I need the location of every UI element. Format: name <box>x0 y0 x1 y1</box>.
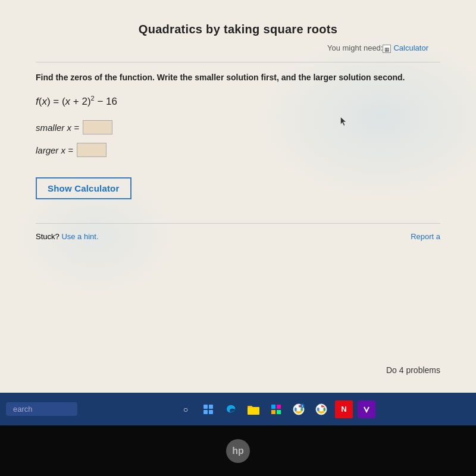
smaller-x-row: smaller x = <box>36 120 440 134</box>
taskbar-chrome-badge-icon[interactable]: 9 <box>290 400 308 418</box>
report-link[interactable]: Report a <box>411 232 440 241</box>
svg-rect-4 <box>248 407 259 415</box>
svg-rect-5 <box>271 405 275 409</box>
svg-rect-7 <box>271 410 275 414</box>
page-title: Quadratics by taking square roots <box>36 12 440 43</box>
taskbar-explorer-icon[interactable] <box>245 400 262 418</box>
taskbar-taskview-icon[interactable] <box>199 400 217 418</box>
larger-x-row: larger x = <box>36 143 440 157</box>
svg-rect-0 <box>203 405 208 409</box>
bottom-strip: hp <box>0 425 476 476</box>
taskbar-netflix-icon[interactable]: N <box>335 400 353 418</box>
larger-x-label: larger x = <box>36 145 73 155</box>
taskbar-purple-app-icon[interactable] <box>358 400 375 418</box>
stuck-text: Stuck? <box>36 232 60 241</box>
top-divider <box>36 62 440 62</box>
svg-rect-2 <box>203 410 208 414</box>
calculator-link-row: You might need: ▦ Calculator <box>36 43 440 52</box>
smaller-x-input[interactable] <box>83 120 112 134</box>
calculator-icon: ▦ <box>383 45 391 53</box>
svg-rect-8 <box>277 410 281 414</box>
calculator-link[interactable]: Calculator <box>393 43 428 52</box>
bottom-row: Stuck? Use a hint. Report a <box>36 232 440 241</box>
taskbar-chrome-icon[interactable] <box>312 400 330 418</box>
svg-rect-6 <box>277 405 281 409</box>
instructions-text: Find the zeros of the function. Write th… <box>36 72 440 84</box>
svg-rect-3 <box>209 410 213 414</box>
taskbar: earch ○ <box>0 393 476 425</box>
svg-rect-1 <box>209 405 213 409</box>
show-calculator-button[interactable]: Show Calculator <box>36 177 131 199</box>
equation-display: f(x) = (x + 2)2 − 16 <box>36 95 440 108</box>
taskbar-search[interactable]: earch <box>6 402 77 416</box>
hint-link[interactable]: Use a hint. <box>61 232 98 241</box>
svg-point-10 <box>297 407 301 411</box>
stuck-section: Stuck? Use a hint. <box>36 232 99 241</box>
taskbar-search-icon[interactable]: ○ <box>177 400 195 418</box>
larger-x-input[interactable] <box>77 143 107 157</box>
svg-point-14 <box>320 407 324 411</box>
do-problems-text: Do 4 problems <box>386 365 440 375</box>
taskbar-edge-icon[interactable] <box>222 400 240 418</box>
hp-logo: hp <box>226 439 250 463</box>
bottom-divider <box>36 223 440 224</box>
search-text: earch <box>13 405 33 414</box>
smaller-x-label: smaller x = <box>36 123 79 133</box>
main-screen: Quadratics by taking square roots You mi… <box>0 0 476 393</box>
calculator-prompt-text: You might need: <box>327 43 383 52</box>
taskbar-icons: ○ <box>82 400 470 418</box>
taskbar-store-icon[interactable] <box>267 400 285 418</box>
